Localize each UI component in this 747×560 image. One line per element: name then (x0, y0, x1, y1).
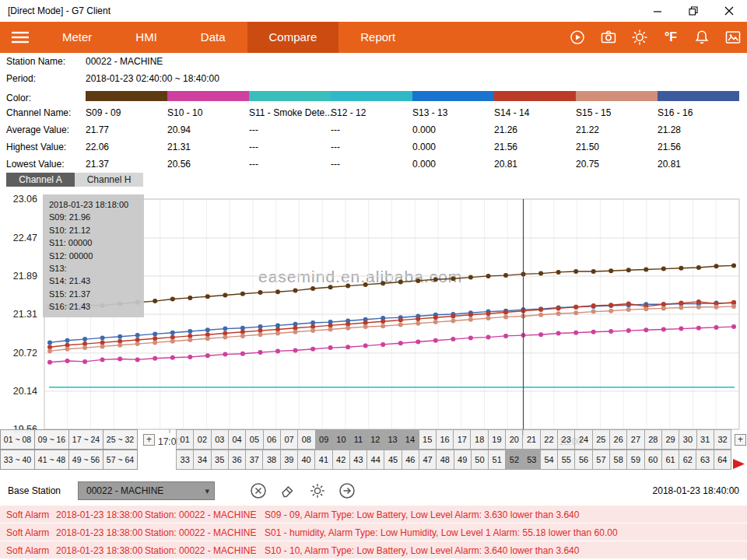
channel-number-cell[interactable]: 08 (297, 429, 315, 450)
nav-tab-meter[interactable]: Meter (40, 22, 114, 53)
snapshot-button[interactable] (599, 28, 618, 47)
channel-number-cell[interactable]: 17 (453, 429, 471, 450)
add-channel-button[interactable]: + (735, 434, 746, 446)
channel-number-cell[interactable]: 52 (505, 450, 523, 470)
channel-number-cell[interactable]: 12 (366, 429, 384, 450)
channel-number-cell[interactable]: 04 (228, 429, 246, 450)
channel-number-cell[interactable]: 30 (679, 429, 696, 450)
channel-number-cell[interactable]: 45 (384, 450, 402, 470)
channel-number-cell[interactable]: 64 (714, 450, 731, 470)
nav-tab-compare[interactable]: Compare (247, 22, 339, 53)
channel-number-cell[interactable]: 50 (471, 450, 489, 470)
refresh-button[interactable] (568, 28, 587, 47)
menu-button[interactable] (0, 22, 40, 53)
channel-number-cell[interactable]: 37 (245, 450, 263, 470)
channel-number-cell[interactable]: 53 (523, 450, 541, 470)
channel-number-cell[interactable]: 05 (245, 429, 263, 450)
channel-number-cell[interactable]: 03 (211, 429, 229, 450)
maximize-button[interactable] (675, 0, 711, 22)
channel-number-cell[interactable]: 29 (661, 429, 679, 450)
channel-group-cell[interactable]: 01 ~ 08 (0, 429, 35, 450)
channel-number-cell[interactable]: 47 (419, 450, 437, 470)
channel-number-cell[interactable]: 61 (661, 450, 679, 470)
scroll-right-button[interactable] (733, 458, 745, 472)
settings-button[interactable] (308, 481, 327, 500)
channel-number-cell[interactable]: 38 (262, 450, 280, 470)
channel-number-cell[interactable]: 19 (488, 429, 506, 450)
channel-group-cell[interactable]: 17 ~ 24 (68, 429, 103, 450)
channel-number-cell[interactable]: 26 (609, 429, 627, 450)
tab-channel-h[interactable]: Channel H (75, 173, 143, 187)
channel-number-cell[interactable]: 49 (454, 450, 472, 470)
channel-number-cell[interactable]: 51 (488, 450, 506, 470)
channel-number-cell[interactable]: 20 (505, 429, 523, 450)
clear-button[interactable] (249, 481, 268, 500)
channel-number-cell[interactable]: 46 (402, 450, 419, 470)
channel-number-cell[interactable]: 21 (522, 429, 540, 450)
channel-number-cell[interactable]: 34 (193, 450, 211, 470)
alarm-button[interactable] (693, 28, 711, 47)
close-button[interactable] (711, 0, 747, 22)
add-group-button[interactable]: + (143, 434, 155, 446)
channel-number-cell[interactable]: 59 (626, 450, 644, 470)
nav-tab-data[interactable]: Data (179, 22, 247, 53)
channel-number-cell[interactable]: 63 (696, 450, 714, 470)
channel-group-cell[interactable]: 33 ~ 40 (0, 450, 35, 470)
channel-number-cell[interactable]: 60 (644, 450, 662, 470)
temperature-unit-button[interactable]: °F (661, 28, 680, 47)
channel-number-cell[interactable]: 62 (679, 450, 696, 470)
channel-group-cell[interactable]: 49 ~ 56 (68, 450, 103, 470)
channel-number-cell[interactable]: 02 (193, 429, 211, 450)
channel-number-cell[interactable]: 56 (574, 450, 592, 470)
channel-number-cell[interactable]: 31 (696, 429, 714, 450)
brightness-button[interactable] (630, 28, 649, 47)
channel-number-cell[interactable]: 48 (436, 450, 454, 470)
minimize-button[interactable] (640, 0, 675, 22)
channel-number-cell[interactable]: 39 (280, 450, 298, 470)
channel-number-cell[interactable]: 14 (401, 429, 419, 450)
channel-number-cell[interactable]: 25 (592, 429, 610, 450)
channel-number-cell[interactable]: 24 (574, 429, 592, 450)
channel-number-cell[interactable]: 57 (592, 450, 610, 470)
channel-number-cell[interactable]: 54 (540, 450, 558, 470)
channel-number-cell[interactable]: 23 (557, 429, 575, 450)
channel-group-cell[interactable]: 41 ~ 48 (34, 450, 69, 470)
channel-number-cell[interactable]: 41 (314, 450, 332, 470)
channel-number-cell[interactable]: 44 (366, 450, 384, 470)
alarm-row[interactable]: Soft Alarm2018-01-23 18:38:00Station: 00… (0, 523, 747, 541)
channel-number-cell[interactable]: 16 (436, 429, 454, 450)
channel-number-cell[interactable]: 11 (349, 429, 366, 450)
channel-number-cell[interactable]: 42 (332, 450, 350, 470)
erase-button[interactable] (279, 481, 297, 500)
channel-number-cell[interactable]: 43 (349, 450, 367, 470)
channel-number-cell[interactable]: 28 (644, 429, 662, 450)
tab-channel-a[interactable]: Channel A (6, 173, 75, 187)
channel-number-cell[interactable]: 22 (540, 429, 558, 450)
channel-number-cell[interactable]: 10 (332, 429, 350, 450)
goto-button[interactable] (338, 481, 356, 500)
channel-number-cell[interactable]: 32 (714, 429, 731, 450)
channel-number-cell[interactable]: 27 (626, 429, 644, 450)
base-station-select[interactable]: 00022 - MACHINE ▾ (78, 481, 215, 500)
export-image-button[interactable] (724, 28, 742, 47)
channel-group-cell[interactable]: 09 ~ 16 (34, 429, 69, 450)
channel-number-cell[interactable]: 09 (315, 429, 333, 450)
channel-number-cell[interactable]: 58 (609, 450, 627, 470)
channel-number-cell[interactable]: 40 (297, 450, 315, 470)
channel-number-cell[interactable]: 13 (384, 429, 402, 450)
alarm-row[interactable]: Soft Alarm2018-01-23 18:38:00Station: 00… (0, 506, 747, 523)
nav-tab-hmi[interactable]: HMI (114, 22, 179, 53)
channel-number-cell[interactable]: 33 (176, 450, 194, 470)
channel-number-cell[interactable]: 36 (228, 450, 246, 470)
channel-number-cell[interactable]: 01 (176, 429, 194, 450)
channel-group-cell[interactable]: 25 ~ 32 (103, 429, 138, 450)
channel-number-cell[interactable]: 07 (280, 429, 298, 450)
channel-number-cell[interactable]: 15 (419, 429, 437, 450)
channel-number-cell[interactable]: 35 (211, 450, 229, 470)
channel-number-cell[interactable]: 55 (557, 450, 575, 470)
channel-number-cell[interactable]: 06 (263, 429, 281, 450)
alarm-row[interactable]: Soft Alarm2018-01-23 18:38:00Station: 00… (0, 541, 747, 559)
channel-number-cell[interactable]: 18 (470, 429, 488, 450)
nav-tab-report[interactable]: Report (338, 22, 417, 53)
channel-group-cell[interactable]: 57 ~ 64 (103, 450, 138, 470)
